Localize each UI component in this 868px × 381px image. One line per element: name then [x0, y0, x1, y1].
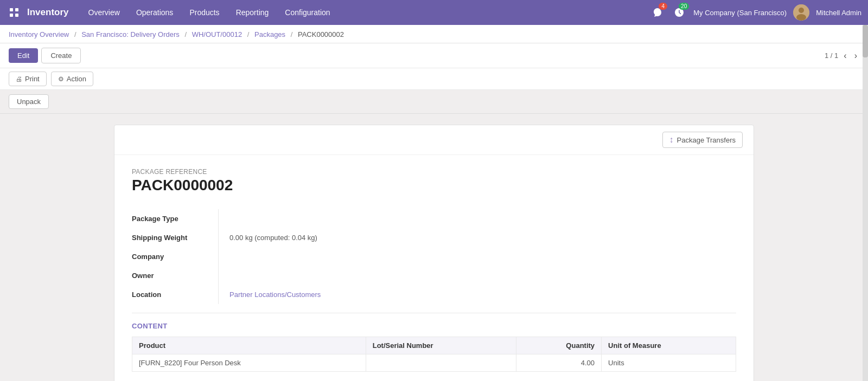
col-quantity: Quantity: [516, 337, 601, 354]
shipping-weight-value: 0.00 kg (computed: 0.04 kg): [219, 228, 512, 247]
package-reference-label: Package Reference: [132, 168, 736, 176]
unpack-button[interactable]: Unpack: [9, 94, 49, 109]
main-toolbar: Edit Create 1 / 1 ‹ ›: [0, 43, 868, 68]
nav-configuration[interactable]: Configuration: [277, 5, 337, 20]
package-reference-value: PACK0000002: [132, 177, 736, 194]
content-table: Product Lot/Serial Number Quantity Unit …: [132, 337, 736, 372]
svg-rect-3: [15, 14, 18, 17]
user-name[interactable]: Mitchell Admin: [816, 9, 861, 17]
shipping-weight-label: Shipping Weight: [132, 228, 219, 247]
breadcrumb: Inventory Overview / San Francisco: Deli…: [0, 25, 868, 43]
avatar[interactable]: [793, 4, 809, 21]
col-uom: Unit of Measure: [602, 337, 736, 354]
breadcrumb-delivery-orders[interactable]: San Francisco: Delivery Orders: [81, 30, 180, 38]
location-label: Location: [132, 285, 219, 304]
top-menu: Overview Operations Products Reporting C…: [81, 5, 648, 20]
message-notification[interactable]: 4: [650, 5, 665, 20]
activity-notification[interactable]: 20: [672, 5, 687, 20]
location-link[interactable]: Partner Locations/Customers: [229, 290, 321, 299]
col-lot-serial: Lot/Serial Number: [366, 337, 516, 354]
content-section-title: Content: [132, 322, 736, 330]
nav-reporting[interactable]: Reporting: [228, 5, 277, 20]
company-value: [219, 247, 512, 266]
message-badge: 4: [659, 3, 667, 10]
grid-menu-icon[interactable]: [7, 5, 22, 20]
owner-label: Owner: [132, 266, 219, 285]
form-fields: Package Type Shipping Weight 0.00 kg (co…: [132, 209, 512, 304]
pagination-prev[interactable]: ‹: [841, 50, 848, 62]
app-brand[interactable]: Inventory: [27, 7, 69, 18]
scrollbar-thumb[interactable]: [863, 25, 868, 57]
package-type-label: Package Type: [132, 209, 219, 228]
action-toolbar: 🖨 Print ⚙ Action: [0, 68, 868, 90]
package-card: ↕ Package Transfers Package Reference PA…: [114, 125, 754, 381]
form-body: Package Reference PACK0000002 Package Ty…: [114, 155, 754, 381]
col-product: Product: [132, 337, 366, 354]
cell-lot-serial: [366, 354, 516, 372]
page-content: ↕ Package Transfers Package Reference PA…: [0, 114, 868, 381]
top-navigation: Inventory Overview Operations Products R…: [0, 0, 868, 25]
activity-badge: 20: [679, 3, 689, 10]
transfer-icon: ↕: [669, 135, 674, 145]
breadcrumb-inventory-overview[interactable]: Inventory Overview: [9, 30, 69, 38]
gear-icon: ⚙: [58, 75, 64, 83]
breadcrumb-whout[interactable]: WH/OUT/00012: [192, 30, 242, 38]
breadcrumb-packages[interactable]: Packages: [254, 30, 285, 38]
location-value: Partner Locations/Customers: [219, 285, 512, 304]
company-label: Company: [132, 247, 219, 266]
owner-value: [219, 266, 512, 285]
company-selector[interactable]: My Company (San Francisco): [693, 9, 787, 17]
edit-button[interactable]: Edit: [9, 48, 38, 63]
action-button[interactable]: ⚙ Action: [51, 72, 93, 86]
form-divider: [132, 313, 736, 313]
package-type-value: [219, 209, 512, 228]
scrollbar-track[interactable]: [863, 25, 868, 381]
nav-operations[interactable]: Operations: [129, 5, 181, 20]
card-topbar: ↕ Package Transfers: [114, 125, 754, 155]
svg-rect-0: [10, 8, 13, 11]
svg-point-6: [799, 8, 804, 13]
svg-rect-2: [10, 14, 13, 17]
print-icon: 🖨: [16, 75, 22, 83]
nav-products[interactable]: Products: [182, 5, 227, 20]
top-right-actions: 4 20 My Company (San Francisco) Mitchell…: [650, 4, 861, 21]
cell-quantity: 4.00: [516, 354, 601, 372]
print-button[interactable]: 🖨 Print: [9, 72, 47, 86]
breadcrumb-current: PACK0000002: [298, 30, 344, 38]
cell-uom: Units: [602, 354, 736, 372]
nav-overview[interactable]: Overview: [81, 5, 127, 20]
create-button[interactable]: Create: [41, 48, 81, 63]
cell-product: [FURN_8220] Four Person Desk: [132, 354, 366, 372]
package-transfers-button[interactable]: ↕ Package Transfers: [662, 132, 743, 148]
pagination-next[interactable]: ›: [852, 50, 859, 62]
table-row: [FURN_8220] Four Person Desk 4.00 Units: [132, 354, 736, 372]
pagination-info: 1 / 1: [825, 51, 838, 60]
unpack-toolbar: Unpack: [0, 90, 868, 114]
svg-point-7: [796, 14, 806, 21]
pagination: 1 / 1 ‹ ›: [825, 50, 859, 62]
svg-rect-1: [15, 8, 18, 11]
